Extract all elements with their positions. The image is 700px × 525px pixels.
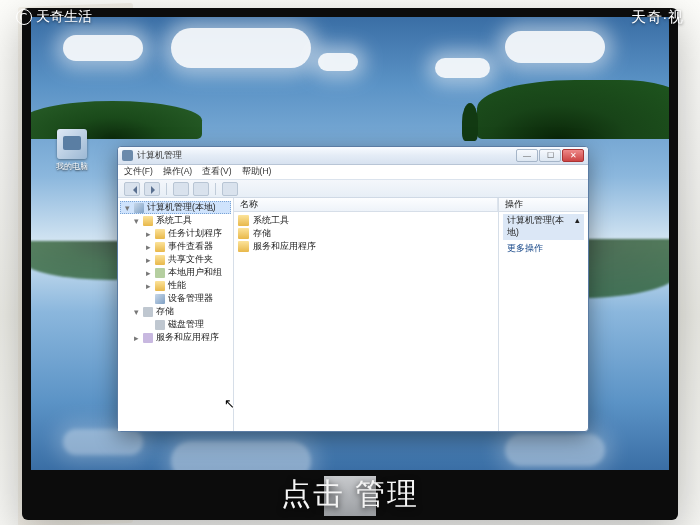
tree-node-label: 本地用户和组 <box>168 267 222 279</box>
tree-node-label: 系统工具 <box>156 215 192 227</box>
tree-node-label: 服务和应用程序 <box>156 332 219 344</box>
actions-section-title-text: 计算机管理(本地) <box>507 215 575 239</box>
folder-icon <box>238 215 249 226</box>
brand-text-left: 天奇生活 <box>36 8 92 26</box>
tree-twisty-icon: ▸ <box>144 242 152 252</box>
menu-action[interactable]: 操作(A) <box>163 166 192 178</box>
tree-node-icon <box>143 333 153 343</box>
tree-twisty-icon: ▸ <box>144 255 152 265</box>
tree-node[interactable]: ▾系统工具 <box>120 214 231 227</box>
tree-node[interactable]: 磁盘管理 <box>120 318 231 331</box>
tree-mid <box>462 103 478 141</box>
titlebar[interactable]: 计算机管理 — ☐ ✕ <box>118 147 588 165</box>
app-icon <box>122 150 133 161</box>
tree-twisty-icon: ▸ <box>144 229 152 239</box>
window-computer-management: 计算机管理 — ☐ ✕ 文件(F) 操作(A) 查看(V) 帮助(H) <box>117 146 589 432</box>
list-item-label: 系统工具 <box>253 215 289 227</box>
tree-node-icon <box>155 268 165 278</box>
desktop-icon-label: 我的电脑 <box>53 161 91 172</box>
brand-text-right: 天奇·视 <box>631 8 684 27</box>
tree-node-icon <box>134 203 144 213</box>
folder-icon <box>238 228 249 239</box>
tree-node[interactable]: ▸本地用户和组 <box>120 266 231 279</box>
desktop-icon-computer[interactable]: 我的电脑 <box>53 129 91 172</box>
menu-view[interactable]: 查看(V) <box>202 166 231 178</box>
toolbar-separator <box>166 183 167 195</box>
tree-node-icon <box>155 281 165 291</box>
reflection-cloud <box>505 434 605 466</box>
list-item-label: 存储 <box>253 228 271 240</box>
reflection-cloud <box>171 441 311 470</box>
tree-twisty-icon: ▾ <box>123 203 131 213</box>
menu-file[interactable]: 文件(F) <box>124 166 153 178</box>
cloud-shape <box>318 53 358 71</box>
cloud-shape <box>63 35 143 61</box>
minimize-button[interactable]: — <box>516 149 538 162</box>
folder-icon <box>238 241 249 252</box>
brand-logo-left: 天奇生活 <box>16 8 92 26</box>
tree-node-icon <box>155 255 165 265</box>
tree-node-icon <box>143 216 153 226</box>
tree-node[interactable]: ▸共享文件夹 <box>120 253 231 266</box>
list-pane: 名称 系统工具存储服务和应用程序 <box>234 198 498 431</box>
toolbar <box>118 180 588 198</box>
tree-node-label: 性能 <box>168 280 186 292</box>
tree-node-label: 磁盘管理 <box>168 319 204 331</box>
toolbar-button[interactable] <box>193 182 209 196</box>
list-item[interactable]: 系统工具 <box>238 214 494 227</box>
reflection-cloud <box>63 429 143 455</box>
actions-more-link[interactable]: 更多操作 <box>503 242 584 256</box>
list-item-label: 服务和应用程序 <box>253 241 316 253</box>
menu-help[interactable]: 帮助(H) <box>242 166 272 178</box>
list-header-row: 名称 <box>234 198 498 212</box>
tree-node-label: 设备管理器 <box>168 293 213 305</box>
list-column-name[interactable]: 名称 <box>234 198 498 211</box>
tree-node-icon <box>155 229 165 239</box>
tree-node-label: 存储 <box>156 306 174 318</box>
tree-node[interactable]: ▾计算机管理(本地) <box>120 201 231 214</box>
tree-node[interactable]: ▸性能 <box>120 279 231 292</box>
tree-node[interactable]: ▸事件查看器 <box>120 240 231 253</box>
list-item[interactable]: 服务和应用程序 <box>238 240 494 253</box>
desktop-screen: 我的电脑 计算机管理 — ☐ ✕ 文件(F) 操作(A) 查看(V) 帮助(H) <box>31 17 669 470</box>
actions-pane: 操作 计算机管理(本地) ▴ 更多操作 <box>498 198 588 431</box>
video-overlay: 天奇生活 天奇·视 <box>0 0 700 34</box>
toolbar-separator <box>215 183 216 195</box>
tree-node-label: 事件查看器 <box>168 241 213 253</box>
tree-node-icon <box>155 294 165 304</box>
actions-section-title[interactable]: 计算机管理(本地) ▴ <box>503 214 584 240</box>
toolbar-button[interactable] <box>173 182 189 196</box>
logo-ring-icon <box>16 9 32 25</box>
tree-twisty-icon: ▸ <box>132 333 140 343</box>
forward-button[interactable] <box>144 182 160 196</box>
tree-twisty-icon: ▾ <box>132 216 140 226</box>
window-body: ▾计算机管理(本地)▾系统工具▸任务计划程序▸事件查看器▸共享文件夹▸本地用户和… <box>118 198 588 431</box>
computer-icon <box>57 129 87 159</box>
tree-node-label: 共享文件夹 <box>168 254 213 266</box>
actions-section: 计算机管理(本地) ▴ 更多操作 <box>499 212 588 258</box>
toolbar-help-button[interactable] <box>222 182 238 196</box>
tree-node[interactable]: 设备管理器 <box>120 292 231 305</box>
tree-node-label: 计算机管理(本地) <box>147 202 216 214</box>
cloud-shape <box>171 28 311 68</box>
tree-node-label: 任务计划程序 <box>168 228 222 240</box>
monitor-frame: 我的电脑 计算机管理 — ☐ ✕ 文件(F) 操作(A) 查看(V) 帮助(H) <box>22 8 678 520</box>
tree-node[interactable]: ▸服务和应用程序 <box>120 331 231 344</box>
list-item[interactable]: 存储 <box>238 227 494 240</box>
actions-header: 操作 <box>499 198 588 212</box>
close-button[interactable]: ✕ <box>562 149 584 162</box>
cloud-shape <box>505 31 605 63</box>
tree-twisty-icon: ▾ <box>132 307 140 317</box>
chevron-up-icon: ▴ <box>575 215 580 239</box>
tree-node-icon <box>155 320 165 330</box>
trees-right <box>477 80 669 139</box>
tree-twisty-icon: ▸ <box>144 268 152 278</box>
maximize-button[interactable]: ☐ <box>539 149 561 162</box>
tree-node[interactable]: ▸任务计划程序 <box>120 227 231 240</box>
tree-twisty-icon: ▸ <box>144 281 152 291</box>
back-button[interactable] <box>124 182 140 196</box>
tree-node[interactable]: ▾存储 <box>120 305 231 318</box>
nav-tree[interactable]: ▾计算机管理(本地)▾系统工具▸任务计划程序▸事件查看器▸共享文件夹▸本地用户和… <box>118 198 234 431</box>
subtitle-caption: 点击 管理 <box>0 474 700 515</box>
cloud-shape <box>435 58 490 78</box>
